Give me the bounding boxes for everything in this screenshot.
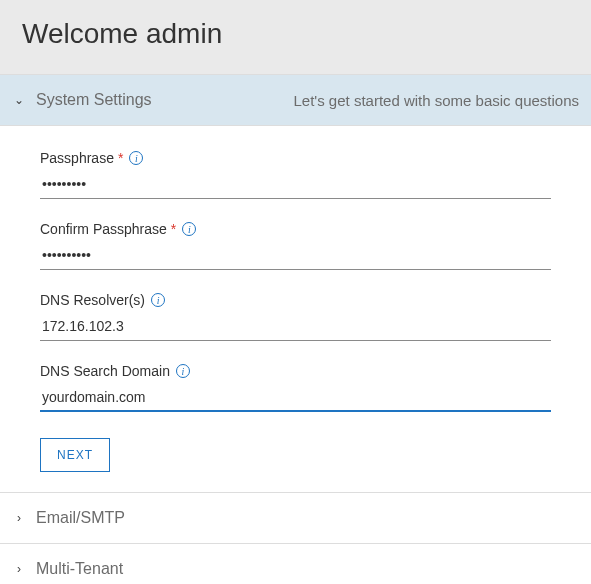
section-header-multi-tenant[interactable]: › Multi-Tenant (0, 544, 591, 584)
page-header: Welcome admin (0, 0, 591, 75)
confirm-passphrase-input[interactable] (40, 243, 551, 270)
section-title: Multi-Tenant (36, 560, 123, 578)
next-button[interactable]: NEXT (40, 438, 110, 472)
info-icon[interactable]: i (151, 293, 165, 307)
info-icon[interactable]: i (182, 222, 196, 236)
page-title: Welcome admin (22, 18, 571, 50)
label-text: DNS Resolver(s) (40, 292, 145, 308)
field-passphrase: Passphrase* i (40, 150, 551, 199)
passphrase-input[interactable] (40, 172, 551, 199)
field-confirm-passphrase: Confirm Passphrase* i (40, 221, 551, 270)
section-header-email-smtp[interactable]: › Email/SMTP (0, 493, 591, 544)
field-dns-search-domain: DNS Search Domain i (40, 363, 551, 412)
label-dns-resolvers: DNS Resolver(s) i (40, 292, 551, 308)
section-title: System Settings (36, 91, 152, 109)
system-settings-panel: Passphrase* i Confirm Passphrase* i DNS … (0, 126, 591, 493)
info-icon[interactable]: i (176, 364, 190, 378)
required-asterisk: * (171, 222, 176, 236)
section-title: Email/SMTP (36, 509, 125, 527)
dns-search-domain-input[interactable] (40, 385, 551, 412)
label-text: Confirm Passphrase (40, 221, 167, 237)
section-header-system-settings[interactable]: ⌄ System Settings Let's get started with… (0, 75, 591, 126)
label-text: Passphrase (40, 150, 114, 166)
label-text: DNS Search Domain (40, 363, 170, 379)
label-passphrase: Passphrase* i (40, 150, 551, 166)
dns-resolvers-input[interactable] (40, 314, 551, 341)
required-asterisk: * (118, 151, 123, 165)
chevron-right-icon: › (12, 511, 26, 525)
chevron-right-icon: › (12, 562, 26, 576)
info-icon[interactable]: i (129, 151, 143, 165)
section-subtitle: Let's get started with some basic questi… (273, 92, 579, 109)
chevron-down-icon: ⌄ (12, 93, 26, 107)
label-confirm-passphrase: Confirm Passphrase* i (40, 221, 551, 237)
label-dns-search-domain: DNS Search Domain i (40, 363, 551, 379)
field-dns-resolvers: DNS Resolver(s) i (40, 292, 551, 341)
